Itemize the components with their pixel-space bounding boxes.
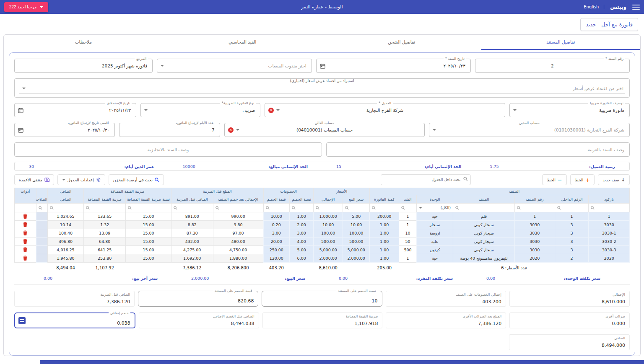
column-filter-input[interactable] [514, 204, 555, 212]
tax-classification-select[interactable]: توصيف الفاتورة ضريبيا فاتورة ضريبية [509, 103, 630, 117]
column-filter-input[interactable] [370, 204, 399, 212]
language-switch[interactable]: English [584, 5, 604, 9]
table-cell: 15.00 [126, 238, 171, 246]
column-filter-input[interactable] [343, 204, 369, 212]
table-cell: 4,275.00 [171, 246, 213, 254]
minus-icon: − [558, 177, 562, 183]
doc-number-field[interactable]: رقم السند * 2 [475, 59, 630, 73]
column-filter-input[interactable] [399, 204, 416, 212]
table-cell: 4,916.25 [47, 246, 84, 254]
document-discount-percent-field[interactable]: نسبة الخصم على المستند 10 [262, 291, 382, 307]
column-header: نسبة الخصم [289, 195, 313, 204]
clear-icon[interactable]: ✕ [268, 108, 274, 113]
chevron-down-icon[interactable] [513, 109, 517, 111]
document-discount-value-field[interactable]: قيمة الخصم على المستند 820.68 [138, 291, 258, 307]
tax-invoice-type-select[interactable]: نوع الفاتورة الضريبية* ضريبي [140, 103, 260, 117]
chevron-down-icon[interactable] [236, 129, 239, 131]
table-cell: 253.80 [84, 254, 126, 263]
table-cell: 10.00 [263, 212, 289, 221]
chevron-down-icon[interactable] [276, 109, 280, 111]
column-filter-input[interactable] [453, 204, 514, 212]
total-cell [36, 263, 47, 273]
tab-accounting-entry[interactable]: القيد المحاسبي [163, 35, 322, 50]
customer-credit-strip: رصيد العميل:5.75 الحد الإئتماني أيام:15 … [14, 162, 630, 171]
validity-cell [36, 212, 47, 221]
delete-row-button[interactable] [23, 247, 27, 252]
delete-row-button[interactable] [23, 214, 27, 219]
calendar-icon[interactable] [320, 63, 325, 69]
table-cell: 500 [399, 246, 416, 254]
customer-select[interactable]: العميل * شركة الفرح التجارية ✕ [265, 103, 505, 117]
quote-import-select[interactable]: اختر من اعتماد عرض أسعار [19, 83, 625, 94]
extra-discount-field[interactable]: خصم إضافي 0.038 [14, 312, 135, 328]
new-row-button[interactable]: ↓ صف جديد [598, 174, 630, 185]
user-menu-button[interactable]: مرحبا احمد 222 [4, 2, 48, 12]
unit-filter-select[interactable]: (الكل) [417, 204, 453, 212]
delete-row-button[interactable] [23, 256, 27, 261]
table-cell: 1,692.00 [171, 254, 213, 263]
arrow-down-icon: ↓ [621, 177, 625, 183]
line-increase-button[interactable]: + الخط [570, 174, 595, 185]
description-english-input[interactable]: وصف السند بالانجليزية [14, 142, 322, 157]
column-header: الصلاحية [36, 195, 47, 204]
table-row: 111قلمحبة1200.005.001,000.001.0010.00990… [15, 212, 630, 221]
table-cell: 3 [555, 229, 589, 238]
table-cell: 891.00 [171, 212, 213, 221]
return-max-date-field[interactable]: اقصى تاريخ لإرتجاع الفاتورة ٢٠٢٥/١٠/٣٠ [14, 123, 115, 137]
column-filter-input[interactable] [555, 204, 589, 212]
column-filter-input[interactable] [126, 204, 171, 212]
table-cell: 15.00 [126, 254, 171, 263]
table-cell: 87.30 [171, 229, 213, 238]
return-days-field[interactable]: عدد الأيام لإرتجاع الفاتورة 7 [119, 123, 220, 137]
column-filter-input[interactable] [314, 204, 343, 212]
column-filter-input[interactable] [47, 204, 84, 212]
calculator-icon[interactable] [18, 317, 26, 324]
reference-field[interactable]: المرجع فاتورة شهر أكتوبر 2025 [14, 59, 153, 73]
chevron-down-icon[interactable] [22, 88, 26, 89]
delete-row-button[interactable] [23, 230, 27, 235]
table-cell: 1.00 [370, 221, 399, 229]
search-icon [128, 206, 132, 210]
column-group-header [36, 188, 47, 195]
column-filter-input[interactable] [289, 204, 313, 212]
calendar-icon[interactable] [18, 127, 23, 133]
table-cell: 1,024.65 [47, 212, 84, 221]
chevron-down-icon[interactable] [161, 65, 164, 67]
table-cell: 1 [399, 212, 416, 221]
tab-shipping-details[interactable]: تفاصيل الشحن [322, 35, 481, 50]
description-arabic-input[interactable]: وصف السند بالعربية [326, 142, 630, 157]
chevron-down-icon[interactable] [433, 129, 436, 131]
column-filter-input[interactable] [36, 204, 47, 212]
search-icon [455, 206, 459, 210]
table-cell: سيجار كوبي [453, 229, 514, 238]
table-cell: 15.00 [126, 221, 171, 229]
column-header: الوحدة [417, 195, 453, 204]
table-cell: 100.40 [47, 229, 84, 238]
table-cell: 10.00 [314, 221, 343, 229]
column-filter-input[interactable] [213, 204, 263, 212]
tab-notes[interactable]: ملاحظات [4, 35, 163, 50]
table-search-input[interactable] [381, 174, 471, 185]
sales-rep-select[interactable]: اختر مندوب المبيعات [157, 59, 312, 73]
tools-cell [15, 254, 36, 263]
hamburger-menu-icon[interactable] [632, 5, 640, 10]
column-filter-input[interactable] [589, 204, 630, 212]
table-settings-button[interactable]: إعدادات الجدول [57, 174, 105, 185]
debit-account-select[interactable]: حساب المدين شركة الفرح التجارية (0101030… [429, 123, 630, 137]
column-filter-input[interactable] [84, 204, 126, 212]
column-group-header: الخصومات [263, 188, 314, 195]
doc-date-field[interactable]: تاريخ السند * ٢٠٢٥/١٠/٢٣ [316, 59, 471, 73]
chevron-down-icon[interactable] [144, 109, 148, 111]
line-decrease-button[interactable]: − الخط [542, 174, 567, 185]
due-date-field[interactable]: تاريخ الإستحقاق ٢٠٢٥/١١/٢٣ [14, 103, 136, 117]
tab-document-details[interactable]: تفاصيل المستند [481, 35, 641, 50]
column-filter-input[interactable] [263, 204, 289, 212]
calendar-icon[interactable] [18, 108, 23, 113]
stock-balance-search-button[interactable]: بحث في أرصدة المخزن [109, 174, 164, 185]
column-filter-input[interactable] [171, 204, 213, 212]
delete-row-button[interactable] [23, 222, 27, 227]
column-picker-button[interactable]: منتقي الأعمدة [14, 174, 54, 185]
clear-icon[interactable]: ✕ [228, 127, 234, 133]
delete-row-button[interactable] [23, 239, 27, 244]
credit-account-select[interactable]: حساب الدائن حساب المبيعات (04010001) ✕ [224, 123, 425, 137]
